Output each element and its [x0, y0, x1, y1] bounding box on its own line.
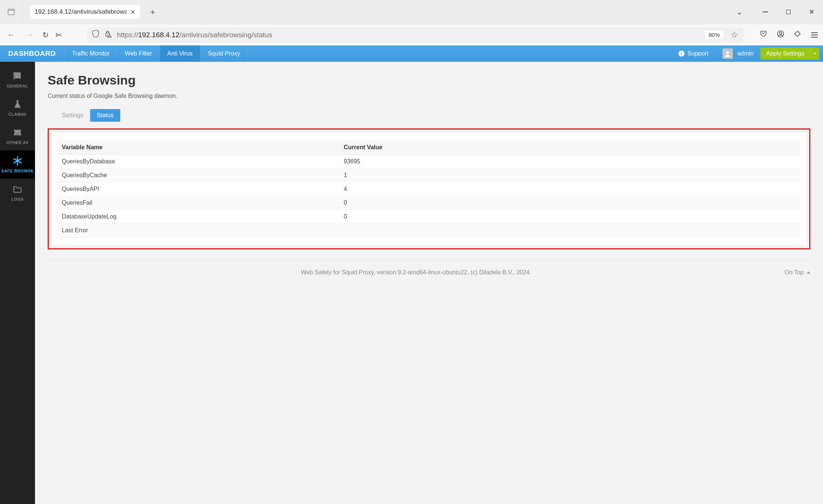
nav-item-squid-proxy[interactable]: Squid Proxy — [200, 45, 248, 62]
variable-value — [340, 224, 800, 237]
tabs-dropdown-icon[interactable]: ⌄ — [736, 7, 743, 16]
brand[interactable]: DASHBOARD — [0, 45, 64, 62]
status-panel: Variable NameCurrent Value QueriesByData… — [51, 132, 807, 246]
page-subtitle: Current status of Google Safe Browsing d… — [48, 93, 810, 99]
book-icon — [13, 71, 22, 81]
toolbar-right-icons — [760, 30, 818, 39]
content: Safe Browsing Current status of Google S… — [35, 62, 823, 504]
nav-item-traffic-monitor[interactable]: Traffic Monitor — [64, 45, 117, 62]
apply-settings-button[interactable]: Apply Settings — [760, 48, 810, 60]
table-row: QueriesByCache1 — [58, 169, 800, 182]
table-row: QueriesByAPI4 — [58, 182, 800, 196]
variable-name: QueriesByDatabase — [58, 155, 340, 169]
user-menu[interactable]: admin — [716, 45, 760, 62]
table-row: DatabaseUpdateLog0 — [58, 210, 800, 224]
inbox-icon — [13, 128, 22, 137]
variable-value: 0 — [340, 210, 800, 224]
browser-chrome: 192.168.4.12/antivirus/safebrowsing ✕ ＋ … — [0, 0, 823, 46]
apply-settings-dropdown[interactable] — [810, 48, 819, 60]
svg-point-3 — [778, 31, 784, 37]
folder-icon — [13, 184, 22, 194]
url-path: /antivirus/safebrowsing/status — [179, 31, 272, 39]
page-tabs: SettingsStatus — [48, 109, 810, 122]
svg-point-4 — [779, 32, 782, 34]
svg-point-2 — [109, 36, 110, 37]
sidebar-item-label: LOGS — [11, 197, 23, 201]
sidebar-item-label: OTHER AV — [6, 140, 29, 145]
nav-item-web-filter[interactable]: Web Filter — [117, 45, 160, 62]
nav-item-anti-virus[interactable]: Anti Virus — [160, 45, 200, 62]
url-host: 192.168.4.12 — [138, 31, 179, 39]
status-table: Variable NameCurrent Value QueriesByData… — [58, 140, 800, 237]
sidebar: GENERALCLAMAVOTHER AVSAFE BROWSELOGS — [0, 62, 35, 504]
tab-title: 192.168.4.12/antivirus/safebrowsing — [35, 8, 127, 16]
address-bar[interactable]: https://192.168.4.12/antivirus/safebrows… — [87, 27, 743, 43]
forward-button[interactable]: → — [24, 30, 36, 40]
svg-point-5 — [727, 51, 729, 54]
new-tab-button[interactable]: ＋ — [145, 6, 160, 17]
pocket-icon[interactable] — [760, 30, 767, 39]
screenshot-button[interactable]: ✄ — [55, 31, 62, 39]
sidebar-item-general[interactable]: GENERAL — [0, 66, 35, 94]
tab-settings[interactable]: Settings — [55, 109, 90, 122]
sidebar-item-safe-browse[interactable]: SAFE BROWSE — [0, 150, 35, 179]
variable-name: Last Error — [58, 224, 340, 237]
footer: Web Safety for Squid Proxy, version 9.2-… — [48, 261, 810, 276]
support-label: Support — [687, 50, 708, 57]
table-row: Last Error — [58, 224, 800, 237]
apply-settings: Apply Settings — [760, 45, 823, 62]
variable-name: QueriesFail — [58, 196, 340, 210]
status-panel-highlight: Variable NameCurrent Value QueriesByData… — [48, 128, 810, 249]
column-header: Current Value — [340, 140, 800, 155]
variable-name: DatabaseUpdateLog — [58, 210, 340, 224]
browser-toolbar: ← → ↻ ✄ https://192.168.4.12/antivirus/s… — [0, 24, 823, 45]
reload-button[interactable]: ↻ — [42, 31, 49, 39]
window-controls: ⌄ ✕ — [736, 3, 823, 21]
maximize-button[interactable] — [777, 3, 800, 21]
nav-items: Traffic MonitorWeb FilterAnti VirusSquid… — [64, 45, 248, 62]
recent-tabs-button[interactable] — [0, 0, 22, 24]
on-top-label: On Top — [785, 269, 804, 276]
zoom-badge[interactable]: 80% — [705, 30, 724, 39]
table-row: QueriesFail0 — [58, 196, 800, 210]
close-tab-icon[interactable]: ✕ — [130, 9, 135, 16]
tab-strip: 192.168.4.12/antivirus/safebrowsing ✕ ＋ … — [0, 0, 823, 24]
menu-icon[interactable] — [811, 32, 818, 38]
support-link[interactable]: i Support — [671, 45, 716, 62]
extensions-icon[interactable] — [794, 30, 801, 39]
variable-value: 0 — [340, 196, 800, 210]
browser-tab[interactable]: 192.168.4.12/antivirus/safebrowsing ✕ — [29, 4, 141, 20]
variable-value: 4 — [340, 182, 800, 196]
variable-name: QueriesByAPI — [58, 182, 340, 196]
on-top-link[interactable]: On Top — [785, 269, 810, 276]
app: DASHBOARD Traffic MonitorWeb FilterAnti … — [0, 45, 823, 504]
user-name: admin — [737, 50, 754, 57]
close-window-button[interactable]: ✕ — [800, 3, 823, 21]
flask-icon — [13, 99, 22, 109]
account-icon[interactable] — [777, 30, 784, 39]
sidebar-item-label: SAFE BROWSE — [1, 169, 34, 173]
tab-status[interactable]: Status — [90, 109, 120, 122]
lock-warning-icon[interactable] — [104, 30, 112, 39]
top-nav: DASHBOARD Traffic MonitorWeb FilterAnti … — [0, 45, 823, 62]
sidebar-item-other-av[interactable]: OTHER AV — [0, 122, 35, 150]
sidebar-item-logs[interactable]: LOGS — [0, 179, 35, 207]
sidebar-item-label: GENERAL — [7, 84, 28, 88]
column-header: Variable Name — [58, 140, 340, 155]
chevron-up-icon — [807, 271, 810, 274]
window-icon — [8, 9, 15, 15]
app-body: GENERALCLAMAVOTHER AVSAFE BROWSELOGS Saf… — [0, 62, 823, 504]
table-row: QueriesByDatabase93695 — [58, 155, 800, 169]
variable-value: 1 — [340, 169, 800, 182]
sidebar-item-clamav[interactable]: CLAMAV — [0, 94, 35, 122]
footer-text: Web Safety for Squid Proxy, version 9.2-… — [48, 269, 785, 276]
back-button[interactable]: ← — [5, 30, 17, 40]
shield-icon[interactable] — [92, 30, 99, 39]
url-text: https://192.168.4.12/antivirus/safebrows… — [117, 31, 699, 39]
minimize-button[interactable] — [754, 3, 777, 21]
url-scheme: https:// — [117, 31, 138, 39]
page-title: Safe Browsing — [48, 73, 810, 87]
variable-value: 93695 — [340, 155, 800, 169]
variable-name: QueriesByCache — [58, 169, 340, 182]
bookmark-icon[interactable]: ☆ — [731, 30, 738, 40]
